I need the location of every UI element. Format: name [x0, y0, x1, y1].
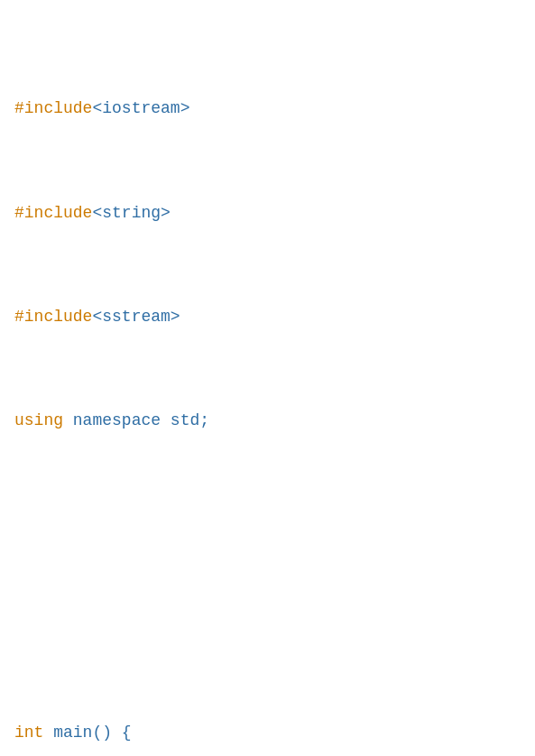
- code-line-7: int main() {: [14, 720, 521, 746]
- namespace-std: namespace std;: [63, 411, 209, 429]
- keyword-include-1: #include: [14, 99, 92, 117]
- code-line-1: #include<iostream>: [14, 96, 521, 122]
- code-line-5: [14, 512, 521, 538]
- include-sstream: <sstream>: [92, 308, 180, 326]
- include-string: <string>: [92, 204, 170, 222]
- keyword-include-3: #include: [14, 308, 92, 326]
- main-sig: main() {: [43, 724, 131, 742]
- keyword-include-2: #include: [14, 204, 92, 222]
- code-line-2: #include<string>: [14, 200, 521, 226]
- include-iostream: <iostream>: [92, 99, 189, 117]
- code-line-3: #include<sstream>: [14, 304, 521, 330]
- keyword-using: using: [14, 411, 63, 429]
- code-editor: #include<iostream> #include<string> #inc…: [14, 18, 521, 756]
- keyword-int-main: int: [14, 724, 43, 742]
- code-line-6: [14, 615, 521, 641]
- code-line-4: using namespace std;: [14, 408, 521, 434]
